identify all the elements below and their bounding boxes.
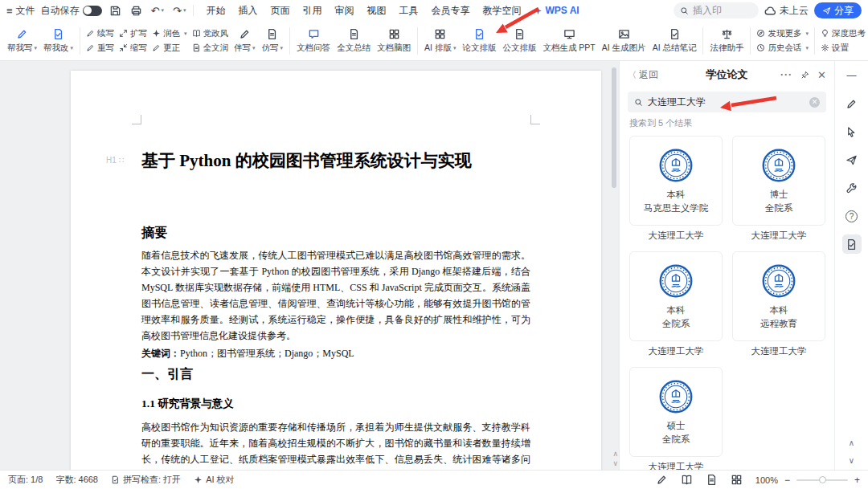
print-button[interactable] — [129, 5, 144, 17]
discover-more-button[interactable]: 发现更多▾ — [754, 27, 811, 40]
companion-write-button[interactable]: 伴写▾ — [231, 22, 259, 59]
tab-teaching[interactable]: 教学空间 — [476, 4, 527, 18]
undo-button[interactable]: ↶▾ — [149, 5, 166, 17]
tab-insert[interactable]: 插入 — [231, 4, 264, 18]
page-indicator[interactable]: 页面: 1/8 — [8, 474, 43, 486]
correct-button[interactable]: 更正 — [149, 42, 190, 55]
pen-icon — [152, 43, 161, 52]
help-edit-button[interactable]: 帮我改▾ — [40, 22, 76, 59]
presentation-icon — [563, 28, 575, 40]
command-search-input[interactable]: 插入印 — [674, 2, 759, 18]
thesis-panel-icon[interactable] — [842, 234, 862, 254]
template-card[interactable]: 本科 马克思主义学院 — [629, 136, 723, 226]
tab-member[interactable]: 会员专享 — [424, 4, 476, 18]
file-menu-button[interactable]: ≡ 文件 — [6, 4, 35, 18]
zoom-in-button[interactable]: + — [854, 475, 860, 486]
imitate-write-button[interactable]: 仿写▾ — [259, 22, 287, 59]
abstract-block[interactable]: 随着信息技术的飞速发展，传统人工图书管理模式已难以满足高校图书馆高效管理的需求。… — [141, 247, 530, 361]
official-layout-button[interactable]: 公文排版 — [499, 22, 539, 59]
tab-wps-ai[interactable]: WPS AI — [527, 5, 585, 16]
polish-button[interactable]: 润色▾ — [149, 27, 190, 40]
document-page[interactable]: H1 ∷ 基于 Python 的校园图书管理系统设计与实现 摘要 随着信息技术的… — [71, 71, 601, 470]
template-card[interactable]: 硕士 全院系 — [629, 367, 723, 457]
page-up-icon[interactable]: ∧ — [849, 438, 854, 447]
continue-write-button[interactable]: 续写 — [84, 27, 117, 40]
cloud-status-button[interactable]: 未上云 — [764, 4, 809, 18]
university-seal-logo — [761, 263, 796, 299]
full-summary-button[interactable]: 全文总结 — [334, 22, 374, 59]
divider — [702, 27, 703, 55]
autosave-toggle[interactable]: 自动保存 — [41, 4, 102, 18]
ink-tool-icon[interactable] — [656, 474, 668, 486]
template-result: 本科 远程教育 大连理工大学 — [732, 251, 825, 361]
tab-review[interactable]: 审阅 — [328, 4, 360, 18]
fulltext-polish-button[interactable]: 全文润 — [190, 42, 231, 55]
redo-button[interactable]: ↷▾ — [171, 5, 187, 17]
close-icon[interactable]: ✕ — [817, 69, 826, 81]
undo-icon: ↶ — [151, 5, 160, 17]
more-options-icon[interactable]: ··· — [780, 69, 792, 80]
spellcheck-status[interactable]: 拼写检查: 打开 — [111, 474, 181, 486]
save-button[interactable] — [108, 5, 123, 17]
expand-icon — [119, 29, 128, 38]
tab-tools[interactable]: 工具 — [392, 4, 424, 18]
select-tool-icon[interactable] — [842, 122, 862, 141]
continue-write-label: 续写 — [97, 28, 114, 39]
rewrite-button[interactable]: 重写 — [84, 42, 117, 55]
abstract-heading[interactable]: 摘要 — [141, 225, 167, 242]
edit-pen-icon[interactable] — [842, 94, 862, 113]
document-title[interactable]: 基于 Python 的校园图书管理系统设计与实现 — [141, 145, 487, 177]
tab-page[interactable]: 页面 — [264, 4, 296, 18]
toolbox-icon[interactable] — [842, 178, 862, 198]
zoom-slider[interactable] — [796, 479, 848, 481]
scroll-down-icon[interactable]: ∨ — [612, 459, 618, 467]
thesis-layout-button[interactable]: 论文排版 — [459, 22, 499, 59]
pin-icon[interactable] — [800, 71, 809, 79]
zoom-out-button[interactable]: − — [784, 475, 790, 486]
university-seal-logo — [658, 148, 694, 183]
template-card[interactable]: 博士 全院系 — [732, 136, 825, 226]
heading-level-marker[interactable]: H1 ∷ — [106, 156, 124, 165]
read-mode-icon[interactable] — [681, 474, 693, 486]
template-card[interactable]: 本科 远程教育 — [732, 251, 825, 341]
doc-to-ppt-button[interactable]: 文档生成 PPT — [539, 22, 598, 59]
doc-qa-button[interactable]: 文档问答 — [293, 22, 334, 59]
share-tool-icon[interactable] — [842, 150, 862, 169]
template-search-input[interactable]: 大连理工大学 ✕ — [628, 92, 826, 112]
history-chats-button[interactable]: 历史会话▾ — [754, 42, 811, 55]
section11-heading[interactable]: 1.1 研究背景与意义 — [141, 397, 234, 411]
shorten-write-button[interactable]: 缩写 — [117, 42, 149, 55]
page-down-icon[interactable]: ∨ — [849, 456, 854, 465]
expand-write-button[interactable]: 扩写 — [117, 27, 149, 40]
zoom-slider-thumb[interactable] — [819, 476, 826, 483]
tab-reference[interactable]: 引用 — [296, 4, 328, 18]
chevron-down-icon: ▾ — [453, 45, 457, 51]
settings-button[interactable]: 设置 — [818, 42, 868, 55]
share-button[interactable]: 分享 — [814, 2, 862, 18]
party-style-button[interactable]: 党政风 — [190, 27, 231, 40]
ai-proofread-button[interactable]: AI 校对 — [194, 474, 234, 486]
tab-home[interactable]: 开始 — [199, 4, 231, 18]
print-layout-icon[interactable] — [706, 474, 718, 486]
document-scrollbar[interactable] — [612, 67, 616, 188]
back-button[interactable]: 〈返回 — [628, 68, 658, 82]
help-write-button[interactable]: 帮我写▾ — [4, 22, 40, 59]
section1-heading[interactable]: 一、引言 — [141, 366, 193, 383]
ai-layout-button[interactable]: AI 排版▾ — [421, 22, 459, 59]
tab-view[interactable]: 视图 — [360, 4, 392, 18]
template-result: 本科 全院系 大连理工大学 — [629, 251, 723, 361]
doc-mindmap-button[interactable]: 文档脑图 — [374, 22, 414, 59]
ai-image-button[interactable]: AI 生成图片 — [599, 22, 649, 59]
deep-think-button[interactable]: 深度思考 — [818, 27, 868, 40]
legal-helper-button[interactable]: 法律助手 — [706, 22, 747, 59]
scroll-up-icon[interactable]: ∧ — [612, 450, 618, 458]
template-card[interactable]: 本科 全院系 — [629, 251, 723, 341]
clear-search-icon[interactable]: ✕ — [809, 97, 820, 108]
ai-notes-button[interactable]: AI 总结笔记 — [649, 22, 700, 59]
collapse-icon[interactable]: — — [842, 66, 862, 85]
web-layout-icon[interactable] — [731, 474, 743, 486]
section11-paragraph[interactable]: 高校图书馆作为知识资源的重要存储和传播场所，承担着为师生提供文献服务、支持教学科… — [141, 419, 530, 470]
word-count[interactable]: 字数: 4668 — [55, 474, 98, 486]
document-canvas[interactable]: H1 ∷ 基于 Python 的校园图书管理系统设计与实现 摘要 随着信息技术的… — [0, 61, 619, 470]
help-icon[interactable]: ? — [842, 206, 862, 226]
